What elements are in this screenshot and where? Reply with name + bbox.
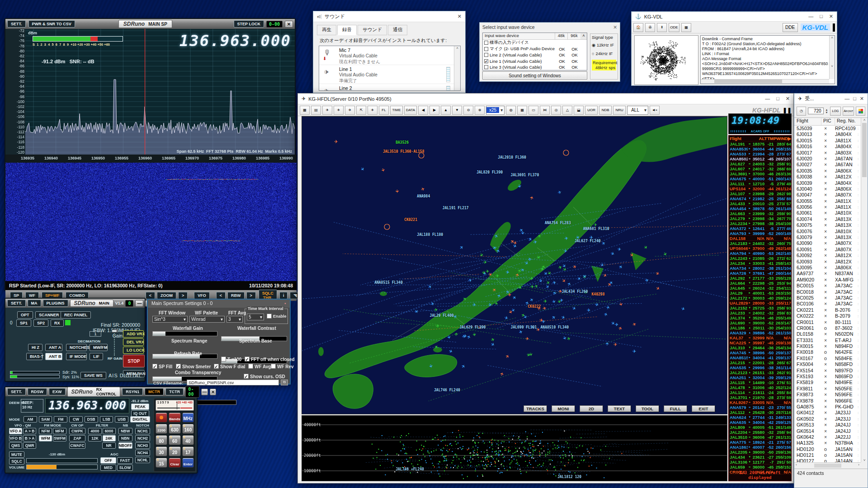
tctr-button[interactable]: TCTR	[165, 388, 184, 395]
toolbar-rect-select-icon[interactable]: ▭	[528, 106, 538, 115]
wfrev-checkbox[interactable]	[271, 364, 276, 369]
sp1-button[interactable]: SP1	[16, 319, 31, 327]
contacts-hscroll[interactable]: ‹›	[794, 462, 861, 469]
table-row[interactable]: JAL2123▲26151-33262/ 91	[729, 370, 791, 375]
rdsw-button[interactable]: RDSW	[28, 388, 47, 395]
key-●[interactable]	[156, 413, 167, 422]
button-vfoa[interactable]: VFO A	[9, 428, 22, 434]
table-row[interactable]: JAL645ʜ26024-32254/111	[729, 286, 791, 291]
toolbar-grid-icon[interactable]: ▦	[300, 106, 310, 115]
table-row[interactable]: 標準の入力デバイス	[483, 40, 587, 46]
table-row[interactable]: JAL234▲33003-41258/143	[729, 261, 791, 266]
table-row[interactable]: GK0513×JA24JJ:	[794, 422, 861, 428]
key-17[interactable]: 317	[182, 446, 194, 456]
table-row[interactable]: ET3331×ET-ARJ:	[794, 338, 861, 343]
table-row[interactable]: ANA624▼27744-31249/133	[729, 415, 791, 420]
button-nfm[interactable]: NFM	[39, 428, 52, 434]
rec-panel-button[interactable]: REC PANEL	[61, 311, 91, 319]
table-row[interactable]: UAL2829►28000-33255/117	[729, 300, 791, 305]
map-button-full[interactable]: FULL	[664, 405, 687, 412]
waterfall-display[interactable]	[5, 163, 297, 281]
table-row[interactable]: 6J0016×JA804X:	[794, 144, 861, 150]
tab-再生[interactable]: 再生	[317, 25, 336, 35]
toolbar-up-icon[interactable]: ▲	[441, 106, 451, 115]
button-cwpk[interactable]: CWPK	[69, 428, 86, 434]
table-row[interactable]: Line 3 (Virtual Audio Cable)OKOK	[483, 64, 587, 70]
table-row[interactable]: BC0015×JA73AC:	[794, 283, 861, 289]
toolbar-plane-truck-icon[interactable]: ✈	[368, 106, 377, 115]
table-row[interactable]: CK0221×B-2076:	[794, 307, 861, 313]
compass-icon[interactable]: ✇	[645, 23, 655, 32]
sp2-button[interactable]: SP2	[33, 319, 48, 327]
table-row[interactable]: JAL478►31006-40252/124	[729, 385, 791, 390]
table-row[interactable]: ANA8515►34004-41259/137	[729, 355, 791, 360]
key-160[interactable]: 9160	[182, 424, 194, 434]
close-icon[interactable]: ✕	[613, 24, 617, 30]
button-qmr[interactable]: QMR	[23, 442, 36, 449]
toolbar-plane-up-icon[interactable]: ✈	[322, 106, 332, 115]
table-row[interactable]: AA9737×N837AN:	[794, 271, 861, 277]
table-row[interactable]: 6J0061×JA810X:	[794, 210, 861, 216]
fft-avg-select[interactable]: 3▾	[226, 316, 243, 323]
table-row[interactable]: FX9878×N966FE:	[794, 398, 861, 404]
tab-通信[interactable]: 通信	[388, 25, 407, 35]
tab-サウンド[interactable]: サウンド	[358, 25, 387, 35]
table-row[interactable]: UPS6046►37900-49262/148	[729, 246, 791, 251]
dde-small-icon[interactable]: ODE	[669, 23, 679, 32]
toolbar-down-icon[interactable]: ▼	[452, 106, 462, 115]
table-row[interactable]: FX5004×N858FD:	[794, 361, 861, 367]
mode-am-button[interactable]: AM	[24, 416, 37, 422]
button-ba[interactable]: B > A	[23, 435, 36, 441]
step-lock-button[interactable]: STEP LOCK	[234, 20, 264, 28]
table-row[interactable]: ANA535►29996-38261/114	[729, 365, 791, 370]
table-row[interactable]: ANA794►40990-53262/140	[729, 251, 791, 256]
table-row[interactable]: 6J0039×JA804X:	[794, 180, 861, 186]
key-enter[interactable]: Enter	[182, 458, 194, 468]
checkbox[interactable]	[484, 47, 488, 51]
table-row[interactable]: JAL310▼29464-36254/134	[729, 345, 791, 350]
t100-checkbox[interactable]	[221, 357, 226, 361]
notches-button[interactable]: NOTCHES	[66, 344, 87, 351]
rbw-up-button[interactable]: >	[246, 292, 256, 299]
hscrollbar[interactable]	[701, 79, 829, 84]
table-row[interactable]: HA1325×N378HA:	[794, 440, 861, 446]
table-row[interactable]: ✔Line 1 (Virtual Audio Cable)OKOK	[483, 58, 587, 65]
iqout-button[interactable]: IQ OUT	[131, 410, 149, 417]
table-row[interactable]: JAL809ʜ40005-51261/149	[729, 425, 791, 430]
table-row[interactable]: 6J0035×JA806X:	[794, 168, 861, 174]
table-row[interactable]: UPS104►32000-44261/124	[729, 186, 791, 191]
table-row[interactable]: BC0018×JA73AC:	[794, 289, 861, 295]
table-row[interactable]: GK0514×JA24JJ:	[794, 428, 861, 434]
table-row[interactable]: 6J0091×JA807X:	[794, 247, 861, 253]
mute-button[interactable]: MUTE	[9, 451, 24, 458]
toolbar-triangle-icon[interactable]: △	[562, 106, 572, 115]
table-row[interactable]: FX0018oN642FE:	[794, 349, 861, 355]
table-row[interactable]: JAL191ʜ18375-21283/ 64	[729, 141, 791, 146]
key-30[interactable]: 130	[156, 446, 167, 456]
hiz-button[interactable]: HI Z	[28, 344, 42, 351]
table-row[interactable]: JAL292▼27177-33255/128	[729, 276, 791, 281]
exw-button[interactable]: EXW	[49, 388, 66, 395]
toolbar-box-icon[interactable]: ⬓	[574, 106, 584, 115]
spectrum-display[interactable]: dBm S 1 2 3 4 5 6 7 8 9 +10 +20 +30 +40 …	[25, 29, 295, 155]
map-button-text[interactable]: TEXT	[608, 405, 631, 412]
button-mfm[interactable]: MFM	[53, 428, 66, 434]
table-row[interactable]: FX0015×N894FD:	[794, 343, 861, 349]
toolbar-globe-icon[interactable]: ◍	[506, 106, 516, 115]
table-row[interactable]: BC0025×JA73AC:	[794, 295, 861, 301]
col-device[interactable]: Input wave device	[483, 33, 555, 39]
table-row[interactable]: JAL627ʜ24003-32258/ 91	[729, 161, 791, 166]
col-pic[interactable]: PIC	[821, 118, 835, 125]
table-row[interactable]: JAL3691►37000-46263/136	[729, 171, 791, 176]
close-icon[interactable]: ✕	[210, 389, 217, 395]
table-row[interactable]: GK0502×JA23JJ:	[794, 416, 861, 422]
key-clear[interactable]: Clear	[169, 458, 180, 468]
interval-spinner[interactable]: ▲▼	[826, 108, 828, 114]
mctr-button[interactable]: MCTR	[145, 388, 164, 395]
contacts-vscroll[interactable]: ˄˅	[861, 118, 868, 462]
pause-icon[interactable]: ❚❚	[783, 107, 792, 113]
minimize-icon[interactable]: —	[135, 300, 143, 307]
scanner-button[interactable]: SCANNER	[35, 311, 63, 319]
table-row[interactable]: ANA635►34004-42259/125	[729, 420, 791, 425]
button-4000[interactable]: 4000	[88, 428, 101, 434]
